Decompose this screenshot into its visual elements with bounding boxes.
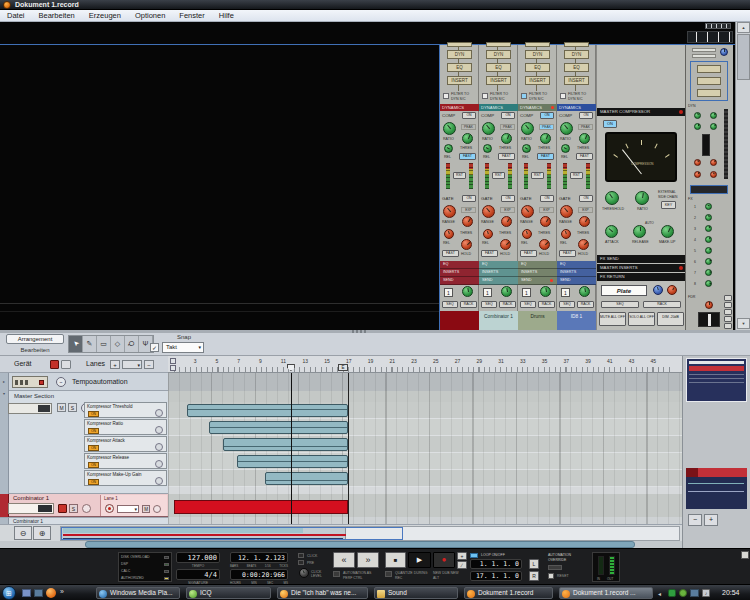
channel-name-plate[interactable]: Combinator 1	[479, 311, 518, 330]
grid-row-combinator2[interactable]	[168, 517, 682, 524]
comp-on-button[interactable]: ON	[462, 112, 476, 119]
taskbar-button-1[interactable]: Windows Media Pla...	[96, 587, 180, 599]
fader-cap[interactable]	[708, 314, 711, 326]
dyn-knob-red[interactable]	[710, 171, 717, 178]
gate-on-button[interactable]: ON	[540, 195, 554, 202]
comp-fast-button[interactable]: FAST	[576, 153, 593, 160]
channel-name-plate[interactable]: ID8 1	[557, 311, 596, 330]
signal-box-insert[interactable]: INSERT	[447, 76, 472, 85]
fx-send-knob-1[interactable]	[705, 203, 712, 210]
strip-row-eq[interactable]: EQ	[440, 261, 479, 269]
gate-thres-knob[interactable]	[579, 216, 590, 227]
fx-return-level-knob[interactable]	[653, 285, 663, 295]
rewind-button[interactable]: «	[333, 552, 355, 568]
send-number-box[interactable]: 1	[444, 288, 453, 297]
record-enable-master-button[interactable]	[50, 360, 59, 369]
lane-1-panel[interactable]: Lane 1 ▾ M	[100, 495, 167, 516]
rack-mini-toolbar-icon[interactable]	[705, 23, 731, 29]
dyn-knob-red[interactable]	[694, 159, 701, 166]
track-tempo-automation[interactable]: ▸ ~ Tempoautomation	[0, 373, 168, 391]
send-level-knob[interactable]	[579, 286, 590, 297]
rack-button[interactable]: RACK	[499, 301, 516, 308]
pre-label[interactable]: PRE	[307, 561, 314, 565]
automation-clip[interactable]	[265, 472, 348, 485]
automation-lane-item[interactable]: Kompressor ThresholdON	[84, 402, 167, 418]
gate-hold-knob[interactable]	[578, 239, 589, 250]
zoom-out-button[interactable]: ⊖	[14, 526, 32, 540]
menu-bearbeiten[interactable]: Bearbeiten	[39, 11, 75, 20]
dyn-knob[interactable]	[694, 112, 701, 119]
taskbar-button-6[interactable]: Dokument 1.record ...	[559, 587, 653, 599]
record-arm-button[interactable]	[58, 504, 67, 513]
display-tray-icon[interactable]	[690, 589, 699, 597]
gate-rel-knob[interactable]	[522, 229, 532, 239]
gate-thres-knob[interactable]	[540, 216, 551, 227]
channel-name-plate[interactable]: Drums	[518, 311, 557, 330]
lane-knob-icon[interactable]	[155, 477, 163, 485]
security-shield-icon[interactable]	[668, 589, 676, 597]
seq-button[interactable]: SEQ	[442, 301, 458, 308]
song-overview-strip[interactable]	[60, 526, 680, 541]
master-channel-ministrip[interactable]: DYNFX12345678FDR	[685, 45, 733, 330]
tempo-display[interactable]: 127.000	[176, 552, 220, 563]
strip-nav-button[interactable]	[724, 323, 732, 329]
recording-clip[interactable]	[174, 500, 348, 514]
send-level-knob[interactable]	[462, 286, 473, 297]
rack-empty-black-panel[interactable]	[0, 45, 440, 303]
comp-thres-knob[interactable]	[501, 133, 512, 144]
comp-thres-knob[interactable]	[462, 133, 473, 144]
comp-on-button[interactable]: ON	[501, 112, 515, 119]
lane-on-badge[interactable]: ON	[88, 445, 99, 451]
sidechain-key-button[interactable]: KEY	[661, 201, 676, 209]
menu-hilfe[interactable]: Hilfe	[219, 11, 234, 20]
arrangement-view-button[interactable]: Arrangement	[6, 334, 64, 344]
razor-tool[interactable]: ◇	[111, 336, 125, 352]
comp-rel-knob[interactable]	[444, 144, 453, 153]
menu-fenster[interactable]: Fenster	[179, 11, 204, 20]
lane-on-badge[interactable]: ON	[88, 462, 99, 468]
timeline-ruler[interactable]: 3579111315171921232527293133353739414345…	[168, 356, 682, 373]
loop-right-display[interactable]: 17. 1. 1. 0	[470, 571, 522, 581]
filter-to-dyn-checkbox[interactable]	[482, 93, 488, 99]
comp-ratio-knob[interactable]	[560, 122, 573, 135]
dyn-knob[interactable]	[710, 112, 717, 119]
signal-box-eq[interactable]: EQ	[525, 63, 550, 72]
magnify-tool[interactable]: Q	[125, 336, 139, 352]
add-lane-button[interactable]: +	[110, 360, 120, 369]
loop-on-led[interactable]	[470, 553, 478, 558]
menu-optionen[interactable]: Optionen	[135, 11, 165, 20]
signal-box-eq[interactable]: EQ	[486, 63, 511, 72]
send-level-knob[interactable]	[501, 286, 512, 297]
lane-knob-icon[interactable]	[155, 443, 163, 451]
mute-all-off-button[interactable]: MUTE ALL OFF	[599, 312, 626, 326]
send-number-box[interactable]: 1	[561, 288, 570, 297]
lane-menu-dropdown[interactable]: ▾	[122, 360, 142, 369]
gate-thres-knob[interactable]	[462, 216, 473, 227]
seq-button[interactable]: SEQ	[481, 301, 497, 308]
lane-knob-icon[interactable]	[155, 426, 163, 434]
end-marker[interactable]: E	[338, 364, 348, 371]
zoom-in-button[interactable]: ⊕	[33, 526, 51, 540]
strip-row-send[interactable]: SEND	[440, 277, 479, 285]
play-button[interactable]: ▶	[408, 552, 431, 568]
fx-return-pan-knob[interactable]	[667, 285, 677, 295]
fx-send-knob-8[interactable]	[705, 280, 712, 287]
navigator-zoom-out-button[interactable]: −	[688, 514, 702, 526]
perf-ctrl-button[interactable]	[333, 571, 340, 577]
icq-tray-icon[interactable]	[679, 589, 687, 597]
strip-row-eq[interactable]: EQ	[479, 261, 518, 269]
lane-mute-button[interactable]: M	[142, 505, 150, 513]
filter-to-dyn-checkbox[interactable]	[443, 93, 449, 99]
rack-button[interactable]: RACK	[577, 301, 594, 308]
fast-forward-button[interactable]: »	[357, 552, 379, 568]
fx-send-knob-6[interactable]	[705, 258, 712, 265]
taskbar-clock[interactable]: 20:54	[722, 589, 740, 596]
fx-send-knob-5[interactable]	[705, 247, 712, 254]
master-seq-button[interactable]: SEQ	[601, 301, 639, 308]
comp-rel-knob[interactable]	[522, 144, 531, 153]
automation-clip[interactable]	[209, 421, 348, 434]
lane-option-button[interactable]	[153, 505, 161, 513]
snap-value-dropdown[interactable]: Takt ▾	[162, 342, 204, 353]
taskbar-button-4[interactable]: Sound	[374, 587, 458, 599]
menu-erzeugen[interactable]: Erzeugen	[89, 11, 121, 20]
